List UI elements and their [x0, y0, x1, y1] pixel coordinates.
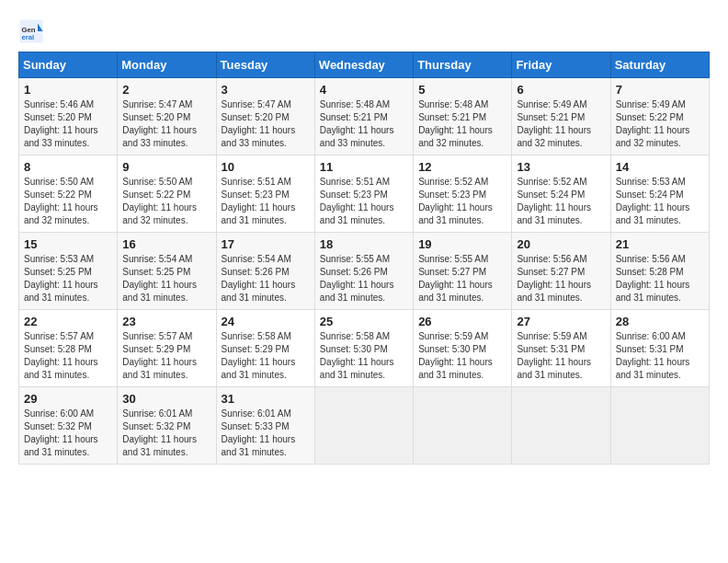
- day-info: Sunrise: 5:57 AMSunset: 5:28 PMDaylight:…: [24, 330, 112, 382]
- day-info: Sunrise: 5:51 AMSunset: 5:23 PMDaylight:…: [320, 176, 408, 227]
- calendar-cell: [314, 387, 413, 465]
- day-number: 11: [320, 160, 408, 174]
- day-info: Sunrise: 5:54 AMSunset: 5:26 PMDaylight:…: [222, 253, 310, 304]
- calendar-cell: 2Sunrise: 5:47 AMSunset: 5:20 PMDaylight…: [118, 78, 216, 155]
- calendar-week-row: 29Sunrise: 6:00 AMSunset: 5:32 PMDayligh…: [19, 387, 710, 465]
- calendar-cell: 20Sunrise: 5:56 AMSunset: 5:27 PMDayligh…: [512, 233, 610, 310]
- day-info: Sunrise: 6:00 AMSunset: 5:31 PMDaylight:…: [616, 330, 704, 382]
- day-number: 14: [616, 160, 704, 174]
- day-number: 18: [320, 237, 408, 251]
- day-number: 16: [122, 237, 210, 251]
- calendar-cell: 23Sunrise: 5:57 AMSunset: 5:29 PMDayligh…: [118, 310, 216, 387]
- day-number: 28: [616, 315, 704, 328]
- day-number: 31: [222, 392, 310, 406]
- day-info: Sunrise: 5:53 AMSunset: 5:25 PMDaylight:…: [24, 253, 112, 304]
- calendar-week-row: 8Sunrise: 5:50 AMSunset: 5:22 PMDaylight…: [19, 155, 710, 233]
- day-number: 24: [222, 315, 310, 328]
- day-info: Sunrise: 5:47 AMSunset: 5:20 PMDaylight:…: [222, 98, 310, 150]
- calendar-cell: [610, 387, 709, 465]
- day-number: 7: [616, 83, 704, 97]
- day-info: Sunrise: 5:58 AMSunset: 5:29 PMDaylight:…: [222, 330, 310, 382]
- calendar-cell: 19Sunrise: 5:55 AMSunset: 5:27 PMDayligh…: [414, 233, 512, 310]
- calendar-cell: [414, 387, 512, 465]
- day-info: Sunrise: 5:54 AMSunset: 5:25 PMDaylight:…: [122, 253, 210, 304]
- day-number: 15: [24, 237, 112, 251]
- day-number: 4: [320, 83, 408, 97]
- day-number: 17: [222, 237, 310, 251]
- day-number: 20: [517, 237, 605, 251]
- calendar-cell: 3Sunrise: 5:47 AMSunset: 5:20 PMDaylight…: [216, 78, 314, 155]
- day-info: Sunrise: 5:48 AMSunset: 5:21 PMDaylight:…: [320, 98, 408, 150]
- day-info: Sunrise: 5:52 AMSunset: 5:23 PMDaylight:…: [418, 176, 506, 227]
- calendar-cell: 7Sunrise: 5:49 AMSunset: 5:22 PMDaylight…: [610, 78, 709, 155]
- day-info: Sunrise: 5:50 AMSunset: 5:22 PMDaylight:…: [122, 176, 210, 227]
- day-number: 10: [222, 160, 310, 174]
- day-number: 19: [418, 237, 506, 251]
- day-number: 6: [517, 83, 605, 97]
- day-number: 26: [418, 315, 506, 328]
- calendar-cell: 4Sunrise: 5:48 AMSunset: 5:21 PMDaylight…: [314, 78, 413, 155]
- day-number: 2: [122, 83, 210, 97]
- day-info: Sunrise: 5:47 AMSunset: 5:20 PMDaylight:…: [122, 98, 210, 150]
- page-header: Gen eral: [18, 18, 710, 44]
- day-info: Sunrise: 5:55 AMSunset: 5:26 PMDaylight:…: [320, 253, 408, 304]
- day-info: Sunrise: 6:01 AMSunset: 5:32 PMDaylight:…: [122, 408, 210, 459]
- calendar-cell: 13Sunrise: 5:52 AMSunset: 5:24 PMDayligh…: [512, 155, 610, 233]
- day-number: 13: [517, 160, 605, 174]
- day-number: 21: [616, 237, 704, 251]
- day-info: Sunrise: 5:55 AMSunset: 5:27 PMDaylight:…: [418, 253, 506, 304]
- calendar-cell: 6Sunrise: 5:49 AMSunset: 5:21 PMDaylight…: [512, 78, 610, 155]
- calendar-week-row: 1Sunrise: 5:46 AMSunset: 5:20 PMDaylight…: [19, 78, 710, 155]
- day-info: Sunrise: 5:59 AMSunset: 5:30 PMDaylight:…: [418, 330, 506, 382]
- day-info: Sunrise: 5:50 AMSunset: 5:22 PMDaylight:…: [24, 176, 112, 227]
- header-tuesday: Tuesday: [216, 52, 314, 78]
- calendar-cell: 5Sunrise: 5:48 AMSunset: 5:21 PMDaylight…: [414, 78, 512, 155]
- day-number: 25: [320, 315, 408, 328]
- calendar-cell: [512, 387, 610, 465]
- calendar-cell: 8Sunrise: 5:50 AMSunset: 5:22 PMDaylight…: [19, 155, 118, 233]
- calendar-cell: 14Sunrise: 5:53 AMSunset: 5:24 PMDayligh…: [610, 155, 709, 233]
- calendar-cell: 26Sunrise: 5:59 AMSunset: 5:30 PMDayligh…: [414, 310, 512, 387]
- calendar-cell: 16Sunrise: 5:54 AMSunset: 5:25 PMDayligh…: [118, 233, 216, 310]
- day-info: Sunrise: 5:52 AMSunset: 5:24 PMDaylight:…: [517, 176, 605, 227]
- day-number: 5: [418, 83, 506, 97]
- day-number: 12: [418, 160, 506, 174]
- day-info: Sunrise: 6:00 AMSunset: 5:32 PMDaylight:…: [24, 408, 112, 459]
- calendar-cell: 29Sunrise: 6:00 AMSunset: 5:32 PMDayligh…: [19, 387, 118, 465]
- day-number: 9: [122, 160, 210, 174]
- logo-icon: Gen eral: [18, 18, 44, 44]
- logo: Gen eral: [18, 18, 48, 44]
- calendar-cell: 24Sunrise: 5:58 AMSunset: 5:29 PMDayligh…: [216, 310, 314, 387]
- day-number: 1: [24, 83, 112, 97]
- calendar-cell: 1Sunrise: 5:46 AMSunset: 5:20 PMDaylight…: [19, 78, 118, 155]
- day-number: 29: [24, 392, 112, 406]
- day-number: 22: [24, 315, 112, 328]
- header-wednesday: Wednesday: [314, 52, 413, 78]
- day-info: Sunrise: 5:49 AMSunset: 5:21 PMDaylight:…: [517, 98, 605, 150]
- calendar-cell: 17Sunrise: 5:54 AMSunset: 5:26 PMDayligh…: [216, 233, 314, 310]
- day-info: Sunrise: 5:56 AMSunset: 5:27 PMDaylight:…: [517, 253, 605, 304]
- calendar-cell: 25Sunrise: 5:58 AMSunset: 5:30 PMDayligh…: [314, 310, 413, 387]
- calendar-cell: 22Sunrise: 5:57 AMSunset: 5:28 PMDayligh…: [19, 310, 118, 387]
- day-info: Sunrise: 5:48 AMSunset: 5:21 PMDaylight:…: [418, 98, 506, 150]
- calendar-cell: 21Sunrise: 5:56 AMSunset: 5:28 PMDayligh…: [610, 233, 709, 310]
- day-info: Sunrise: 5:53 AMSunset: 5:24 PMDaylight:…: [616, 176, 704, 227]
- calendar-table: Sunday Monday Tuesday Wednesday Thursday…: [18, 52, 710, 465]
- day-info: Sunrise: 5:49 AMSunset: 5:22 PMDaylight:…: [616, 98, 704, 150]
- day-number: 3: [222, 83, 310, 97]
- day-info: Sunrise: 5:59 AMSunset: 5:31 PMDaylight:…: [517, 330, 605, 382]
- day-info: Sunrise: 5:51 AMSunset: 5:23 PMDaylight:…: [222, 176, 310, 227]
- calendar-cell: 15Sunrise: 5:53 AMSunset: 5:25 PMDayligh…: [19, 233, 118, 310]
- calendar-header-row: Sunday Monday Tuesday Wednesday Thursday…: [19, 52, 710, 78]
- calendar-cell: 31Sunrise: 6:01 AMSunset: 5:33 PMDayligh…: [216, 387, 314, 465]
- calendar-cell: 9Sunrise: 5:50 AMSunset: 5:22 PMDaylight…: [118, 155, 216, 233]
- calendar-cell: 28Sunrise: 6:00 AMSunset: 5:31 PMDayligh…: [610, 310, 709, 387]
- calendar-cell: 11Sunrise: 5:51 AMSunset: 5:23 PMDayligh…: [314, 155, 413, 233]
- header-monday: Monday: [118, 52, 216, 78]
- calendar-week-row: 22Sunrise: 5:57 AMSunset: 5:28 PMDayligh…: [19, 310, 710, 387]
- calendar-week-row: 15Sunrise: 5:53 AMSunset: 5:25 PMDayligh…: [19, 233, 710, 310]
- day-info: Sunrise: 6:01 AMSunset: 5:33 PMDaylight:…: [222, 408, 310, 459]
- header-saturday: Saturday: [610, 52, 709, 78]
- calendar-cell: 10Sunrise: 5:51 AMSunset: 5:23 PMDayligh…: [216, 155, 314, 233]
- svg-text:eral: eral: [22, 33, 35, 41]
